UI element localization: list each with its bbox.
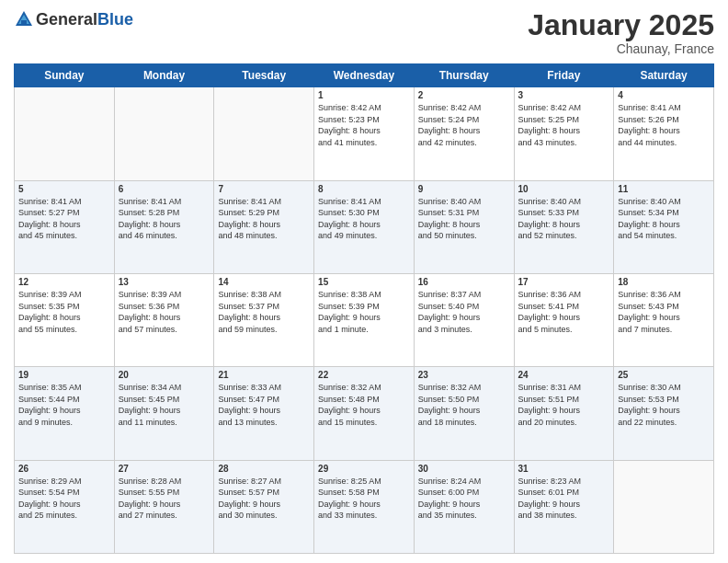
header-tuesday: Tuesday	[214, 64, 314, 87]
day-info: Sunrise: 8:41 AMSunset: 5:26 PMDaylight:…	[618, 102, 710, 148]
header-saturday: Saturday	[614, 64, 714, 87]
calendar-day-cell: 5Sunrise: 8:41 AMSunset: 5:27 PMDaylight…	[15, 180, 115, 273]
day-number: 11	[618, 184, 710, 194]
logo: General Blue	[14, 9, 133, 29]
calendar-day-cell: 27Sunrise: 8:28 AMSunset: 5:55 PMDayligh…	[114, 460, 214, 553]
day-info: Sunrise: 8:39 AMSunset: 5:35 PMDaylight:…	[18, 289, 110, 335]
calendar-day-cell: 31Sunrise: 8:23 AMSunset: 6:01 PMDayligh…	[514, 460, 614, 553]
calendar-week-row: 19Sunrise: 8:35 AMSunset: 5:44 PMDayligh…	[15, 367, 714, 460]
day-number: 1	[318, 90, 410, 100]
day-info: Sunrise: 8:36 AMSunset: 5:43 PMDaylight:…	[618, 289, 710, 335]
calendar-day-cell: 9Sunrise: 8:40 AMSunset: 5:31 PMDaylight…	[414, 180, 514, 273]
day-info: Sunrise: 8:42 AMSunset: 5:23 PMDaylight:…	[318, 102, 410, 148]
calendar-day-cell: 10Sunrise: 8:40 AMSunset: 5:33 PMDayligh…	[514, 180, 614, 273]
day-info: Sunrise: 8:31 AMSunset: 5:51 PMDaylight:…	[518, 382, 610, 428]
day-number: 15	[318, 277, 410, 287]
calendar-day-cell: 20Sunrise: 8:34 AMSunset: 5:45 PMDayligh…	[114, 367, 214, 460]
day-number: 21	[218, 370, 310, 380]
title-area: January 2025 Chaunay, France	[528, 9, 714, 56]
calendar-day-cell: 18Sunrise: 8:36 AMSunset: 5:43 PMDayligh…	[614, 273, 714, 366]
calendar-day-cell: 15Sunrise: 8:38 AMSunset: 5:39 PMDayligh…	[314, 273, 415, 366]
day-info: Sunrise: 8:35 AMSunset: 5:44 PMDaylight:…	[18, 382, 110, 428]
day-number: 19	[18, 370, 110, 380]
day-number: 23	[418, 370, 510, 380]
calendar-day-cell: 4Sunrise: 8:41 AMSunset: 5:26 PMDaylight…	[614, 87, 714, 180]
calendar-day-cell: 19Sunrise: 8:35 AMSunset: 5:44 PMDayligh…	[15, 367, 115, 460]
day-info: Sunrise: 8:41 AMSunset: 5:30 PMDaylight:…	[318, 196, 410, 242]
calendar-table: Sunday Monday Tuesday Wednesday Thursday…	[14, 63, 714, 554]
header-thursday: Thursday	[414, 64, 514, 87]
calendar-header-row: Sunday Monday Tuesday Wednesday Thursday…	[15, 64, 714, 87]
day-info: Sunrise: 8:38 AMSunset: 5:37 PMDaylight:…	[218, 289, 310, 335]
day-number: 18	[618, 277, 710, 287]
calendar-day-cell: 17Sunrise: 8:36 AMSunset: 5:41 PMDayligh…	[514, 273, 614, 366]
calendar-day-cell	[15, 87, 115, 180]
day-number: 7	[218, 184, 310, 194]
day-number: 24	[518, 370, 610, 380]
day-number: 27	[119, 464, 210, 474]
header-friday: Friday	[514, 64, 614, 87]
day-number: 28	[218, 464, 310, 474]
calendar-day-cell: 6Sunrise: 8:41 AMSunset: 5:28 PMDaylight…	[114, 180, 214, 273]
calendar-day-cell: 1Sunrise: 8:42 AMSunset: 5:23 PMDaylight…	[314, 87, 415, 180]
header-wednesday: Wednesday	[314, 64, 415, 87]
calendar-day-cell: 3Sunrise: 8:42 AMSunset: 5:25 PMDaylight…	[514, 87, 614, 180]
calendar-day-cell: 28Sunrise: 8:27 AMSunset: 5:57 PMDayligh…	[214, 460, 314, 553]
day-number: 25	[618, 370, 710, 380]
day-info: Sunrise: 8:28 AMSunset: 5:55 PMDaylight:…	[119, 476, 210, 522]
calendar-week-row: 5Sunrise: 8:41 AMSunset: 5:27 PMDaylight…	[15, 180, 714, 273]
day-info: Sunrise: 8:40 AMSunset: 5:31 PMDaylight:…	[418, 196, 510, 242]
day-info: Sunrise: 8:42 AMSunset: 5:25 PMDaylight:…	[518, 102, 610, 148]
calendar-day-cell: 2Sunrise: 8:42 AMSunset: 5:24 PMDaylight…	[414, 87, 514, 180]
calendar-day-cell: 30Sunrise: 8:24 AMSunset: 6:00 PMDayligh…	[414, 460, 514, 553]
calendar-day-cell: 16Sunrise: 8:37 AMSunset: 5:40 PMDayligh…	[414, 273, 514, 366]
day-info: Sunrise: 8:23 AMSunset: 6:01 PMDaylight:…	[518, 476, 610, 522]
header-monday: Monday	[114, 64, 214, 87]
day-number: 13	[119, 277, 210, 287]
calendar-day-cell: 12Sunrise: 8:39 AMSunset: 5:35 PMDayligh…	[15, 273, 115, 366]
location: Chaunay, France	[528, 41, 714, 56]
day-info: Sunrise: 8:41 AMSunset: 5:29 PMDaylight:…	[218, 196, 310, 242]
day-info: Sunrise: 8:38 AMSunset: 5:39 PMDaylight:…	[318, 289, 410, 335]
calendar-week-row: 12Sunrise: 8:39 AMSunset: 5:35 PMDayligh…	[15, 273, 714, 366]
calendar-day-cell: 13Sunrise: 8:39 AMSunset: 5:36 PMDayligh…	[114, 273, 214, 366]
day-info: Sunrise: 8:24 AMSunset: 6:00 PMDaylight:…	[418, 476, 510, 522]
day-number: 8	[318, 184, 410, 194]
day-info: Sunrise: 8:33 AMSunset: 5:47 PMDaylight:…	[218, 382, 310, 428]
day-number: 9	[418, 184, 510, 194]
day-number: 29	[318, 464, 410, 474]
day-number: 10	[518, 184, 610, 194]
day-number: 4	[618, 90, 710, 100]
calendar-day-cell: 11Sunrise: 8:40 AMSunset: 5:34 PMDayligh…	[614, 180, 714, 273]
calendar-day-cell: 23Sunrise: 8:32 AMSunset: 5:50 PMDayligh…	[414, 367, 514, 460]
day-number: 22	[318, 370, 410, 380]
day-info: Sunrise: 8:25 AMSunset: 5:58 PMDaylight:…	[318, 476, 410, 522]
day-number: 17	[518, 277, 610, 287]
calendar-day-cell: 7Sunrise: 8:41 AMSunset: 5:29 PMDaylight…	[214, 180, 314, 273]
day-number: 3	[518, 90, 610, 100]
calendar-day-cell: 26Sunrise: 8:29 AMSunset: 5:54 PMDayligh…	[15, 460, 115, 553]
day-info: Sunrise: 8:34 AMSunset: 5:45 PMDaylight:…	[119, 382, 210, 428]
day-number: 12	[18, 277, 110, 287]
day-number: 14	[218, 277, 310, 287]
header-sunday: Sunday	[15, 64, 115, 87]
page: General Blue January 2025 Chaunay, Franc…	[0, 0, 728, 563]
calendar-day-cell: 24Sunrise: 8:31 AMSunset: 5:51 PMDayligh…	[514, 367, 614, 460]
day-number: 31	[518, 464, 610, 474]
day-number: 16	[418, 277, 510, 287]
calendar-week-row: 1Sunrise: 8:42 AMSunset: 5:23 PMDaylight…	[15, 87, 714, 180]
calendar-day-cell	[614, 460, 714, 553]
day-info: Sunrise: 8:40 AMSunset: 5:34 PMDaylight:…	[618, 196, 710, 242]
day-info: Sunrise: 8:39 AMSunset: 5:36 PMDaylight:…	[119, 289, 210, 335]
day-number: 2	[418, 90, 510, 100]
day-number: 5	[18, 184, 110, 194]
day-number: 20	[119, 370, 210, 380]
day-info: Sunrise: 8:40 AMSunset: 5:33 PMDaylight:…	[518, 196, 610, 242]
day-info: Sunrise: 8:32 AMSunset: 5:50 PMDaylight:…	[418, 382, 510, 428]
day-info: Sunrise: 8:29 AMSunset: 5:54 PMDaylight:…	[18, 476, 110, 522]
day-info: Sunrise: 8:37 AMSunset: 5:40 PMDaylight:…	[418, 289, 510, 335]
calendar-day-cell: 8Sunrise: 8:41 AMSunset: 5:30 PMDaylight…	[314, 180, 415, 273]
calendar-day-cell: 25Sunrise: 8:30 AMSunset: 5:53 PMDayligh…	[614, 367, 714, 460]
calendar-day-cell: 21Sunrise: 8:33 AMSunset: 5:47 PMDayligh…	[214, 367, 314, 460]
calendar-week-row: 26Sunrise: 8:29 AMSunset: 5:54 PMDayligh…	[15, 460, 714, 553]
